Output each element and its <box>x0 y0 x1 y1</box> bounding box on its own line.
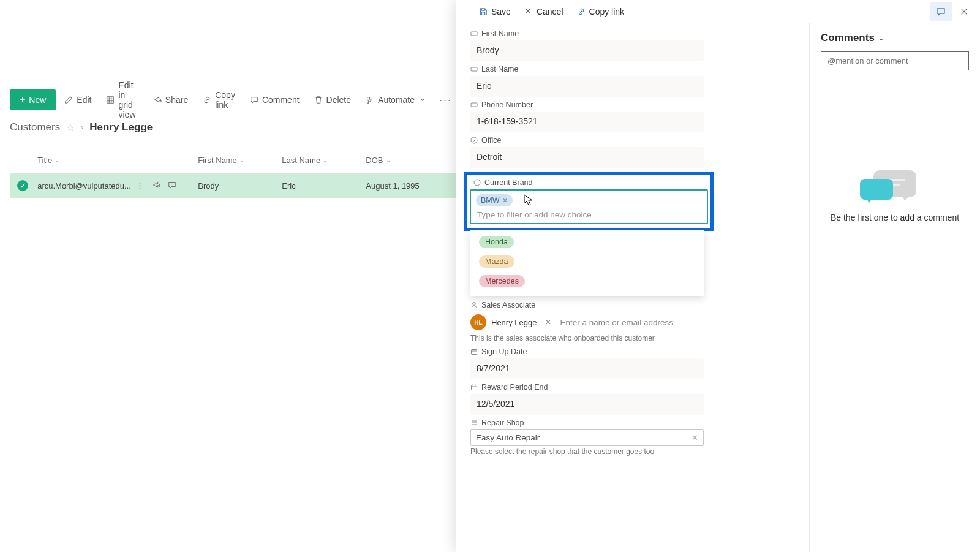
table-row[interactable]: ✓ arcu.Morbi@vulputatedu... ⋮ Brody Eric… <box>10 173 456 198</box>
delete-label: Delete <box>326 95 351 105</box>
save-button[interactable]: Save <box>473 4 517 19</box>
repair-shop-input[interactable]: Easy Auto Repair ✕ <box>470 429 704 446</box>
text-field-icon <box>470 30 478 37</box>
automate-label: Automate <box>378 95 415 105</box>
share-label: Share <box>165 95 188 105</box>
col-header-title[interactable]: Title⌄ <box>37 156 190 165</box>
breadcrumb: Customers ☆ › Henry Legge <box>10 121 153 134</box>
share-icon <box>153 96 162 104</box>
list-toolbar: + New Edit Edit in grid view Share Copy … <box>10 77 456 123</box>
field-first-name: First Name Brody <box>470 29 704 61</box>
cell-firstname: Brody <box>198 181 274 191</box>
svg-rect-7 <box>472 350 477 355</box>
row-comment-icon[interactable] <box>168 181 178 191</box>
copy-link-button[interactable]: Copy link <box>197 86 241 113</box>
svg-rect-8 <box>472 385 477 390</box>
office-input[interactable]: Detroit <box>470 147 704 168</box>
brand-choice-input[interactable]: BMW ✕ <box>470 189 708 224</box>
chevron-down-icon: ⌄ <box>55 157 59 164</box>
remove-tag-icon[interactable]: ✕ <box>692 433 698 442</box>
comment-input[interactable] <box>821 51 969 70</box>
cursor-icon <box>524 194 533 206</box>
brand-option[interactable]: Honda <box>470 232 704 252</box>
cell-lastname: Eric <box>282 181 358 191</box>
reward-input[interactable]: 12/5/2021 <box>470 394 704 415</box>
col-header-dob[interactable]: DOB⌄ <box>366 156 448 165</box>
breadcrumb-root[interactable]: Customers <box>10 121 60 134</box>
brand-dropdown: Honda Mazda Mercedes <box>470 230 704 296</box>
list-table: Title⌄ First Name⌄ Last Name⌄ DOB⌄ ✓ arc… <box>10 147 456 198</box>
new-button-label: New <box>29 95 46 105</box>
row-more-icon[interactable]: ⋮ <box>136 181 146 191</box>
brand-option[interactable]: Mercedes <box>470 271 704 291</box>
svg-rect-3 <box>471 103 477 107</box>
share-button[interactable]: Share <box>147 91 194 108</box>
comments-heading[interactable]: Comments ⌄ <box>821 32 969 44</box>
first-name-input[interactable]: Brody <box>470 40 704 61</box>
chevron-down-icon <box>418 96 427 104</box>
person-icon <box>470 301 478 309</box>
comment-label: Comment <box>262 95 300 105</box>
repair-shop-helper: Please select the repair shop that the c… <box>470 447 704 456</box>
comment-button[interactable]: Comment <box>244 91 306 108</box>
signup-input[interactable]: 8/7/2021 <box>470 358 704 379</box>
associate-name: Henry Legge <box>491 318 537 327</box>
brand-pill: BMW ✕ <box>476 194 513 206</box>
close-panel-button[interactable] <box>953 2 975 21</box>
comments-empty-state: Be the first one to add a comment <box>810 170 980 222</box>
col-header-firstname[interactable]: First Name⌄ <box>198 156 274 165</box>
edit-label: Edit <box>77 95 91 105</box>
choice-icon <box>470 137 478 144</box>
comment-icon <box>250 96 258 104</box>
edit-grid-button[interactable]: Edit in grid view <box>100 77 144 123</box>
brand-option[interactable]: Mazda <box>470 252 704 271</box>
more-actions-button[interactable]: ··· <box>435 94 456 107</box>
copy-link-label: Copy link <box>215 90 235 110</box>
field-last-name: Last Name Eric <box>470 65 704 97</box>
comments-empty-text: Be the first one to add a comment <box>810 213 980 222</box>
star-icon[interactable]: ☆ <box>66 122 75 134</box>
chevron-down-icon: ⌄ <box>386 157 391 164</box>
new-button[interactable]: + New <box>10 89 56 110</box>
save-icon <box>479 7 488 16</box>
remove-pill-icon[interactable]: ✕ <box>502 197 508 205</box>
last-name-input[interactable]: Eric <box>470 76 704 97</box>
field-signup: Sign Up Date 8/7/2021 <box>470 347 704 379</box>
field-phone: Phone Number 1-618-159-3521 <box>470 100 704 132</box>
grid-icon <box>106 96 115 104</box>
associate-placeholder: Enter a name or email address <box>560 318 673 327</box>
phone-input[interactable]: 1-618-159-3521 <box>470 112 704 132</box>
row-share-icon[interactable] <box>152 181 162 191</box>
automate-button[interactable]: Automate <box>360 91 433 108</box>
brand-pill-label: BMW <box>481 196 500 205</box>
repair-shop-value: Easy Auto Repair <box>476 433 692 442</box>
col-header-lastname[interactable]: Last Name⌄ <box>282 156 358 165</box>
edit-button[interactable]: Edit <box>58 91 97 108</box>
svg-rect-0 <box>107 97 114 104</box>
chevron-down-icon: ⌄ <box>878 34 884 42</box>
link-icon <box>577 7 586 16</box>
calendar-icon <box>470 348 478 355</box>
svg-point-5 <box>474 180 480 186</box>
x-icon <box>524 7 533 16</box>
field-office: Office Detroit <box>470 136 704 168</box>
cell-title: arcu.Morbi@vulputatedu... <box>37 181 131 191</box>
remove-person-icon[interactable]: ✕ <box>541 318 555 327</box>
associate-input[interactable]: HL Henry Legge ✕ Enter a name or email a… <box>470 312 704 333</box>
form-body[interactable]: First Name Brody Last Name Eric Phone Nu… <box>456 23 716 552</box>
save-label: Save <box>491 7 511 17</box>
panel-copy-link-button[interactable]: Copy link <box>571 4 631 19</box>
edit-panel: Save Cancel Copy link First Name Brody L… <box>456 0 980 552</box>
brand-filter-input[interactable] <box>476 206 702 221</box>
cancel-button[interactable]: Cancel <box>518 4 570 19</box>
field-repair-shop: Repair Shop Easy Auto Repair ✕ Please se… <box>470 418 704 456</box>
text-field-icon <box>470 101 478 108</box>
current-brand-highlight: Current Brand BMW ✕ <box>464 172 714 231</box>
comment-bubble-icon <box>873 170 916 197</box>
delete-button[interactable]: Delete <box>308 91 357 108</box>
check-circle-icon[interactable]: ✓ <box>17 180 28 191</box>
chevron-right-icon: › <box>81 123 83 132</box>
cell-dob: August 1, 1995 <box>366 181 448 191</box>
comments-toggle-button[interactable] <box>930 2 952 21</box>
pencil-icon <box>64 96 73 104</box>
